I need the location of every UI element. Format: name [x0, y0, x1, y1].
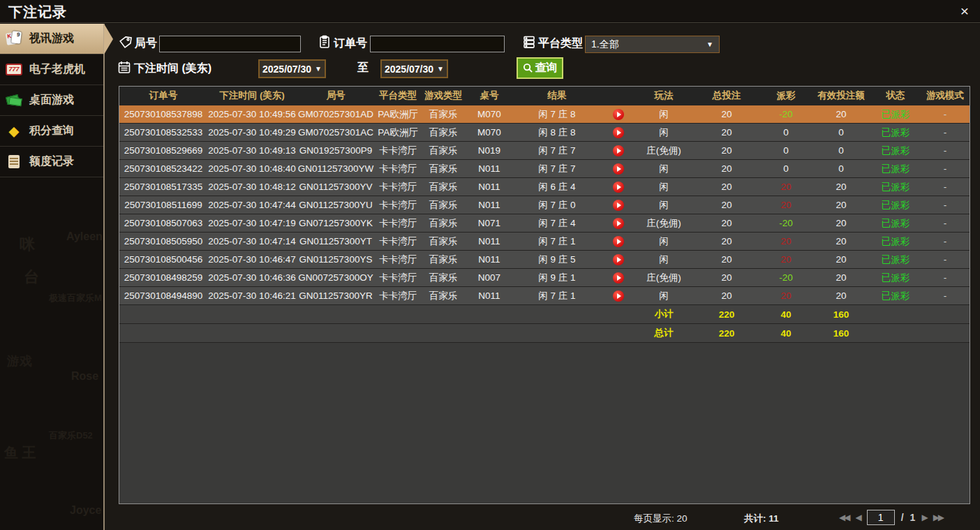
replay-play-icon[interactable]	[613, 236, 624, 247]
cell-platform: 卡卡湾厅	[375, 160, 421, 177]
cell-payout: 20	[762, 178, 810, 196]
cell-payout: 0	[762, 124, 810, 141]
platform-select[interactable]: 1.全部 ▼	[585, 36, 720, 53]
sidebar-item-3[interactable]: ◆积分查询	[0, 116, 104, 147]
cell-status: 已派彩	[872, 105, 919, 123]
table-row[interactable]: 250730108498259 2025-07-30 10:46:36 GN00…	[119, 268, 970, 286]
cell-bet-time: 2025-07-30 10:49:56	[207, 105, 297, 123]
cell-round-no: GN019257300P9	[297, 142, 375, 159]
date-to-picker[interactable]: 2025/07/30 ▼	[380, 59, 448, 78]
search-icon	[523, 63, 533, 73]
next-page-icon[interactable]: ▶	[921, 513, 926, 522]
cell-result: 闲 7 庄 4	[513, 214, 601, 232]
page-separator: /	[901, 512, 904, 523]
clipboard-icon	[318, 35, 332, 49]
replay-play-icon[interactable]	[613, 145, 624, 156]
sum-value	[919, 324, 971, 342]
sum-value: 160	[810, 305, 872, 323]
column-header: 桌号	[466, 87, 513, 105]
cell-play-type: 闲	[636, 196, 692, 214]
replay-play-icon[interactable]	[613, 218, 624, 229]
close-icon[interactable]: ×	[960, 3, 969, 19]
sidebar-item-label: 积分查询	[29, 124, 74, 138]
first-page-icon[interactable]: ◀◀	[839, 513, 849, 522]
replay-play-icon[interactable]	[613, 254, 624, 265]
cell-status: 已派彩	[872, 287, 919, 304]
cell-total-bet: 20	[692, 233, 762, 250]
sidebar-item-4[interactable]: 额度记录	[0, 147, 104, 177]
cell-game-mode: -	[919, 105, 971, 123]
table-row[interactable]: 250730108529669 2025-07-30 10:49:13 GN01…	[119, 141, 970, 159]
cell-status: 已派彩	[872, 269, 919, 286]
column-header: 游戏类型	[421, 87, 466, 105]
bet-time-label: 下注时间 (美东)	[134, 61, 211, 76]
prev-page-icon[interactable]: ◀	[855, 513, 860, 522]
chevron-down-icon: ▼	[706, 41, 713, 48]
cell-game-mode: -	[919, 178, 971, 196]
money-icon	[5, 92, 23, 109]
table-row[interactable]: 250730108507063 2025-07-30 10:47:19 GN07…	[119, 214, 970, 232]
replay-play-icon[interactable]	[613, 272, 624, 284]
replay-play-icon[interactable]	[613, 163, 624, 175]
cell-total-bet: 20	[692, 287, 762, 304]
table-row[interactable]: 250730108517335 2025-07-30 10:48:12 GN01…	[119, 177, 970, 196]
sum-value	[513, 305, 601, 323]
last-page-icon[interactable]: ▶▶	[933, 513, 943, 522]
cell-platform: 卡卡湾厅	[375, 196, 421, 214]
cell-game-type: 百家乐	[421, 196, 466, 214]
cell-valid-bet: 20	[810, 196, 872, 214]
sidebar-item-1[interactable]: 777电子老虎机	[0, 54, 104, 85]
cell-game-type: 百家乐	[421, 287, 466, 304]
replay-play-icon[interactable]	[613, 182, 624, 193]
total-count-label: 共计: 11	[744, 513, 779, 525]
table-row[interactable]: 250730108532533 2025-07-30 10:49:29 GM07…	[119, 123, 970, 141]
table-row[interactable]: 250730108523422 2025-07-30 10:48:40 GN01…	[119, 159, 970, 177]
cell-play-type: 闲	[636, 287, 692, 304]
cell-payout: -20	[762, 105, 810, 123]
sidebar: K9视讯游戏777电子老虎机桌面游戏◆积分查询额度记录	[0, 24, 104, 530]
replay-play-icon[interactable]	[613, 127, 624, 138]
table-row[interactable]: 250730108537898 2025-07-30 10:49:56 GM07…	[119, 105, 970, 123]
cell-round-no: GN011257300YU	[297, 196, 375, 214]
cell-payout: 20	[762, 233, 810, 250]
replay-play-icon[interactable]	[613, 109, 624, 120]
footer-bar: 每页显示: 20 共计: 11 ◀◀ ◀ / 1 ▶ ▶▶	[105, 507, 980, 530]
sidebar-item-2[interactable]: 桌面游戏	[0, 85, 104, 116]
round-input[interactable]	[159, 36, 301, 52]
date-from-picker[interactable]: 2025/07/30 ▼	[258, 59, 326, 78]
cell-round-no: GM070257301AC	[297, 124, 375, 141]
cell-play-type: 庄(免佣)	[636, 142, 692, 159]
cell-play-type: 闲	[636, 251, 692, 268]
sum-value: 40	[762, 305, 810, 323]
cell-result: 闲 7 庄 1	[513, 233, 601, 250]
sum-value	[119, 324, 207, 342]
table-row[interactable]: 250730108505950 2025-07-30 10:47:14 GN01…	[119, 232, 970, 250]
table-row[interactable]: 250730108500456 2025-07-30 10:46:47 GN01…	[119, 250, 970, 268]
order-input[interactable]	[370, 36, 505, 52]
order-filter-label: 订单号	[334, 36, 367, 51]
cell-total-bet: 20	[692, 196, 762, 214]
sum-value	[513, 324, 601, 342]
sidebar-item-0[interactable]: K9视讯游戏	[0, 24, 104, 54]
table-row[interactable]: 250730108511699 2025-07-30 10:47:44 GN01…	[119, 196, 970, 214]
cell-game-type: 百家乐	[421, 214, 466, 232]
replay-play-icon[interactable]	[613, 200, 624, 211]
cell-table-no: N007	[466, 269, 513, 286]
cell-order-no: 250730108532533	[119, 124, 207, 141]
cell-status: 已派彩	[872, 214, 919, 232]
date-to-label: 至	[357, 61, 369, 75]
cell-platform: 卡卡湾厅	[375, 178, 421, 196]
replay-play-icon[interactable]	[613, 290, 624, 302]
sum-value	[466, 324, 513, 342]
cell-table-no: N011	[466, 196, 513, 214]
page-number-input[interactable]	[867, 510, 895, 525]
table-row[interactable]: 250730108494890 2025-07-30 10:46:21 GN01…	[119, 286, 970, 304]
column-header: 有效投注额	[810, 87, 872, 105]
search-button-label: 查询	[535, 61, 558, 75]
cell-bet-time: 2025-07-30 10:49:29	[207, 124, 297, 141]
sidebar-item-label: 视讯游戏	[29, 31, 74, 46]
cell-total-bet: 20	[692, 269, 762, 286]
page-title: 下注记录	[8, 3, 67, 22]
search-button[interactable]: 查询	[517, 57, 563, 79]
sum-label: 总计	[636, 324, 692, 342]
